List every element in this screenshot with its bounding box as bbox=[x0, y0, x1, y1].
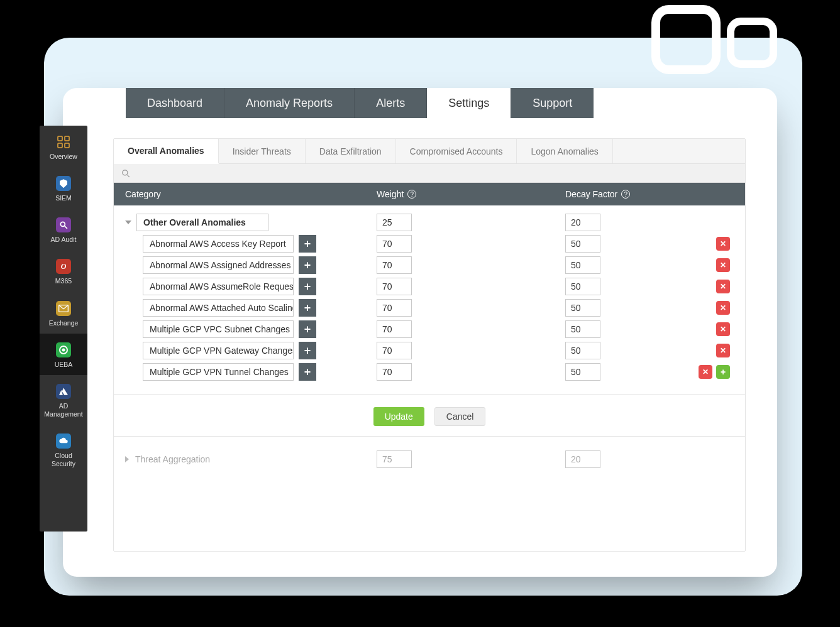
anomaly-name-input[interactable]: Multiple GCP VPN Tunnel Changes bbox=[143, 363, 294, 381]
anomaly-decay-input[interactable]: 50 bbox=[565, 299, 600, 317]
svg-rect-3 bbox=[65, 143, 69, 148]
help-icon[interactable]: ? bbox=[621, 190, 630, 199]
main-app-card: Dashboard Anomaly Reports Alerts Setting… bbox=[63, 88, 777, 577]
svg-point-4 bbox=[60, 222, 65, 227]
sidebar-item-label: UEBA bbox=[55, 361, 73, 368]
divider bbox=[114, 394, 745, 395]
anomaly-name-input[interactable]: Abnormal AWS Attached Auto Scaling bbox=[143, 299, 294, 317]
anomaly-weight-input[interactable]: 70 bbox=[377, 278, 412, 295]
tab-label: Dashboard bbox=[147, 97, 202, 110]
remove-button[interactable]: ✕ bbox=[716, 237, 730, 251]
expand-button[interactable]: + bbox=[299, 342, 316, 359]
search-icon bbox=[121, 169, 130, 178]
anomaly-row: Abnormal AWS Attached Auto Scaling+7050✕ bbox=[125, 297, 734, 319]
anomaly-weight-input[interactable]: 70 bbox=[377, 256, 412, 274]
tab-label: Anomaly Reports bbox=[246, 97, 333, 110]
sidebar-item-exchange[interactable]: Exchange bbox=[40, 292, 87, 334]
anomaly-weight-input[interactable]: 70 bbox=[377, 299, 412, 317]
anomaly-weight-input[interactable]: 70 bbox=[377, 235, 412, 253]
anomaly-row: Multiple GCP VPN Gateway Changes+7050✕ bbox=[125, 340, 734, 361]
anomaly-decay-input[interactable]: 50 bbox=[565, 235, 600, 253]
col-weight-label: Weight bbox=[377, 189, 404, 199]
tab-dashboard[interactable]: Dashboard bbox=[126, 88, 224, 118]
sidebar-item-siem[interactable]: SIEM bbox=[40, 167, 87, 209]
expand-button[interactable]: + bbox=[299, 320, 316, 338]
tab-support[interactable]: Support bbox=[511, 88, 594, 118]
sidebar-item-label: AD Management bbox=[44, 402, 82, 418]
tab-label: Support bbox=[533, 97, 572, 110]
subtab-data-exfiltration[interactable]: Data Exfiltration bbox=[306, 139, 396, 163]
remove-button[interactable]: ✕ bbox=[699, 365, 712, 379]
subtab-label: Data Exfiltration bbox=[319, 146, 382, 156]
grid-icon bbox=[56, 134, 71, 150]
subtab-label: Insider Threats bbox=[233, 146, 291, 156]
anomaly-weight-input[interactable]: 70 bbox=[377, 342, 412, 359]
group-decay-input[interactable]: 20 bbox=[565, 214, 600, 231]
subtab-label: Overall Anomalies bbox=[128, 146, 204, 156]
subtab-logon-anomalies[interactable]: Logon Anomalies bbox=[517, 139, 612, 163]
azure-icon bbox=[56, 384, 71, 399]
anomaly-decay-input[interactable]: 50 bbox=[565, 320, 600, 338]
anomaly-decay-input[interactable]: 50 bbox=[565, 256, 600, 274]
sidebar-item-label: AD Audit bbox=[51, 236, 77, 243]
sidebar-item-m365[interactable]: O M365 bbox=[40, 250, 87, 292]
svg-line-5 bbox=[65, 226, 67, 229]
remove-button[interactable]: ✕ bbox=[716, 344, 730, 357]
tab-settings[interactable]: Settings bbox=[427, 88, 511, 118]
settings-panel: Overall Anomalies Insider Threats Data E… bbox=[113, 138, 746, 552]
update-button[interactable]: Update bbox=[373, 407, 424, 426]
search-row[interactable] bbox=[114, 164, 745, 183]
sidebar-item-label: SIEM bbox=[55, 194, 72, 202]
anomaly-name-input[interactable]: Multiple GCP VPN Gateway Changes bbox=[143, 342, 294, 359]
magnifier-icon bbox=[56, 217, 71, 232]
add-button[interactable]: + bbox=[716, 365, 730, 379]
subtab-insider-threats[interactable]: Insider Threats bbox=[219, 139, 306, 163]
group-weight-input[interactable]: 25 bbox=[377, 214, 412, 231]
expand-button[interactable]: + bbox=[299, 235, 316, 253]
col-decay-label: Decay Factor bbox=[565, 189, 617, 199]
anomaly-row: Abnormal AWS AssumeRole Requests+7050✕ bbox=[125, 276, 734, 297]
expand-toggle-icon[interactable] bbox=[125, 456, 129, 462]
sidebar-item-ad-management[interactable]: AD Management bbox=[40, 375, 87, 425]
cancel-button[interactable]: Cancel bbox=[434, 407, 486, 426]
sidebar-item-overview[interactable]: Overview bbox=[40, 126, 87, 167]
anomaly-weight-input[interactable]: 70 bbox=[377, 320, 412, 338]
form-actions: Update Cancel bbox=[125, 406, 734, 436]
collapse-toggle-icon[interactable] bbox=[125, 221, 131, 224]
group-name-input[interactable]: Other Overall Anomalies bbox=[136, 214, 268, 231]
shield-icon bbox=[56, 176, 71, 191]
expand-button[interactable]: + bbox=[299, 256, 316, 274]
divider bbox=[114, 436, 745, 437]
anomaly-name-input[interactable]: Abnormal AWS Assigned Addresses bbox=[143, 256, 294, 274]
aggregation-label: Threat Aggregation bbox=[135, 454, 210, 464]
col-category-label: Category bbox=[125, 189, 377, 199]
expand-button[interactable]: + bbox=[299, 363, 316, 381]
anomaly-decay-input[interactable]: 50 bbox=[565, 363, 600, 381]
remove-button[interactable]: ✕ bbox=[716, 258, 730, 272]
tab-anomaly-reports[interactable]: Anomaly Reports bbox=[224, 88, 355, 118]
anomaly-weight-input[interactable]: 70 bbox=[377, 363, 412, 381]
sidebar-item-cloud-security[interactable]: Cloud Security bbox=[40, 425, 87, 474]
anomaly-name-input[interactable]: Abnormal AWS Access Key Report bbox=[143, 235, 294, 253]
tab-alerts[interactable]: Alerts bbox=[355, 88, 427, 118]
svg-rect-1 bbox=[65, 136, 69, 141]
subtab-overall-anomalies[interactable]: Overall Anomalies bbox=[114, 139, 219, 164]
anomaly-decay-input[interactable]: 50 bbox=[565, 342, 600, 359]
aggregation-weight: 75 bbox=[377, 450, 412, 468]
cloud-lock-icon bbox=[56, 433, 71, 449]
help-icon[interactable]: ? bbox=[407, 190, 416, 199]
anomaly-name-input[interactable]: Abnormal AWS AssumeRole Requests bbox=[143, 278, 294, 295]
svg-rect-0 bbox=[58, 136, 62, 141]
anomaly-decay-input[interactable]: 50 bbox=[565, 278, 600, 295]
left-nav-rail: Overview SIEM AD Audit O M365 Exchange U… bbox=[40, 126, 87, 532]
sidebar-item-ad-audit[interactable]: AD Audit bbox=[40, 209, 87, 250]
svg-rect-2 bbox=[58, 143, 62, 148]
subtab-compromised-accounts[interactable]: Compromised Accounts bbox=[396, 139, 517, 163]
expand-button[interactable]: + bbox=[299, 278, 316, 295]
remove-button[interactable]: ✕ bbox=[716, 280, 730, 293]
anomaly-name-input[interactable]: Multiple GCP VPC Subnet Changes bbox=[143, 320, 294, 338]
remove-button[interactable]: ✕ bbox=[716, 301, 730, 315]
expand-button[interactable]: + bbox=[299, 299, 316, 317]
sidebar-item-ueba[interactable]: UEBA bbox=[40, 334, 87, 375]
remove-button[interactable]: ✕ bbox=[716, 322, 730, 336]
